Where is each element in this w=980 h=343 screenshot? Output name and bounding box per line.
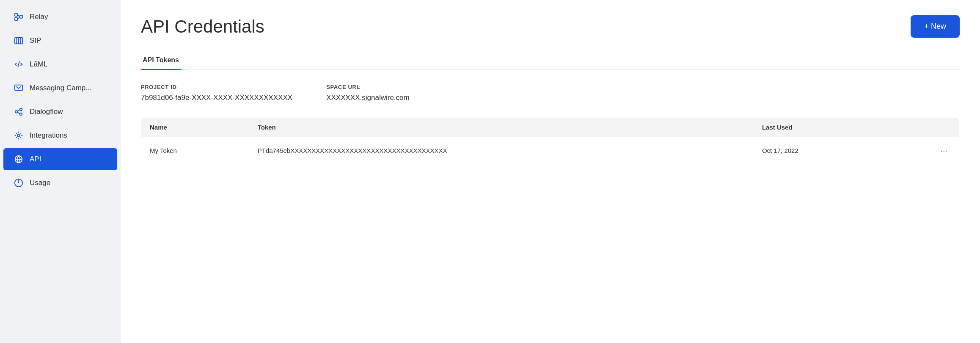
column-header-token: Token (249, 118, 754, 137)
svg-line-9 (18, 61, 19, 68)
page-header: API Credentials + New (141, 15, 960, 38)
sidebar-item-relay[interactable]: Relay (3, 6, 117, 28)
laml-icon (14, 59, 24, 69)
messaging-icon (14, 83, 24, 93)
dialogflow-icon (14, 107, 24, 117)
token-name-cell: My Token (141, 137, 249, 164)
token-last-used-cell: Oct 17, 2022 (754, 137, 884, 164)
usage-icon (14, 178, 24, 188)
sidebar-item-label: Relay (30, 13, 48, 21)
token-value-cell: PTda745ebXXXXXXXXXXXXXXXXXXXXXXXXXXXXXXX… (249, 137, 754, 164)
sidebar-item-laml[interactable]: LāML (3, 53, 117, 75)
sidebar: Relay SIP LāML (0, 0, 121, 343)
sidebar-item-usage[interactable]: Usage (3, 172, 117, 194)
integrations-icon (14, 130, 24, 141)
tabs-container: API Tokens (141, 51, 960, 70)
sidebar-item-label: Integrations (30, 131, 67, 140)
sidebar-item-sip[interactable]: SIP (3, 30, 117, 52)
svg-line-15 (17, 112, 20, 114)
relay-icon (14, 12, 24, 22)
token-actions-cell: ··· (884, 137, 960, 164)
svg-point-16 (17, 134, 20, 137)
tab-api-tokens[interactable]: API Tokens (141, 51, 181, 70)
project-id-field: PROJECT ID 7b981d06-fa9e-XXXX-XXXX-XXXXX… (141, 84, 292, 102)
space-url-value: XXXXXXX.signalwire.com (326, 94, 410, 102)
table-row: My Token PTda745ebXXXXXXXXXXXXXXXXXXXXXX… (141, 137, 960, 164)
sidebar-item-label: SIP (30, 36, 41, 45)
svg-rect-2 (20, 15, 22, 18)
token-table: Name Token Last Used My Token PTda745ebX… (141, 117, 960, 164)
space-url-label: SPACE URL (326, 84, 410, 90)
svg-point-13 (20, 113, 22, 116)
sip-icon (14, 36, 24, 46)
sidebar-item-messaging[interactable]: Messaging Camp... (3, 77, 117, 99)
api-icon (14, 154, 24, 164)
column-header-actions (884, 118, 960, 137)
project-id-value: 7b981d06-fa9e-XXXX-XXXX-XXXXXXXXXXXX (141, 94, 292, 102)
sidebar-item-api[interactable]: API (3, 148, 117, 170)
sidebar-item-label: Dialogflow (30, 108, 63, 116)
column-header-name: Name (141, 118, 249, 137)
table-header-row: Name Token Last Used (141, 118, 960, 137)
sidebar-item-label: Messaging Camp... (30, 84, 91, 92)
project-id-label: PROJECT ID (141, 84, 292, 90)
sidebar-item-label: API (30, 155, 41, 163)
page-title: API Credentials (141, 17, 264, 37)
sidebar-item-integrations[interactable]: Integrations (3, 124, 117, 147)
svg-rect-1 (15, 18, 17, 20)
svg-point-11 (15, 111, 18, 113)
new-button[interactable]: + New (911, 15, 960, 38)
sidebar-item-label: Usage (30, 179, 50, 187)
space-url-field: SPACE URL XXXXXXX.signalwire.com (326, 84, 410, 102)
sidebar-item-label: LāML (30, 60, 48, 69)
token-actions-button[interactable]: ··· (937, 144, 951, 157)
sidebar-item-dialogflow[interactable]: Dialogflow (3, 101, 117, 123)
column-header-last-used: Last Used (754, 118, 884, 137)
svg-rect-10 (15, 85, 22, 91)
svg-rect-0 (15, 14, 17, 16)
svg-line-14 (17, 110, 20, 111)
main-content: API Credentials + New API Tokens PROJECT… (121, 0, 980, 343)
svg-point-12 (20, 108, 22, 111)
credentials-section: PROJECT ID 7b981d06-fa9e-XXXX-XXXX-XXXXX… (141, 84, 960, 102)
